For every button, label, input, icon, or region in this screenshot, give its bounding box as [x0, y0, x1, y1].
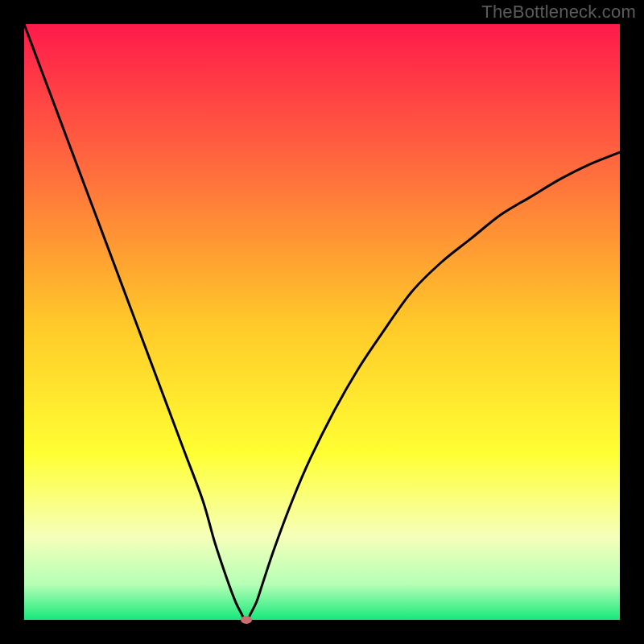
bottleneck-curve: [24, 24, 620, 620]
chart-frame: TheBottleneck.com: [0, 0, 644, 644]
plot-area: [24, 24, 620, 620]
optimal-point-marker: [241, 616, 252, 624]
watermark-text: TheBottleneck.com: [481, 2, 636, 23]
